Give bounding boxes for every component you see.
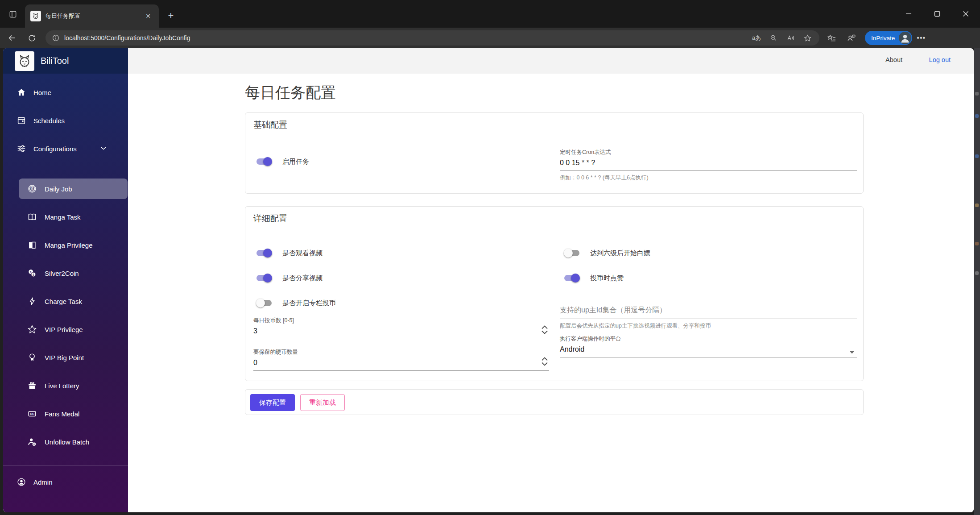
rail-icon[interactable] <box>975 204 979 207</box>
toggle-label: 是否观看视频 <box>282 249 323 258</box>
detail-config-card: 详细配置 是否观看视频 是否分享视频 是否开启专栏投币 达到六级后开始白嫖 投币… <box>245 206 864 381</box>
sidebar-divider <box>3 465 128 466</box>
browser-titlebar: 每日任务配置 ✕ + <box>0 0 980 28</box>
cron-field: 定时任务Cron表达式 0 0 15 * * ? 例如：0 0 6 * * ? … <box>560 149 857 182</box>
sidebar-item-label: Charge Task <box>45 298 82 305</box>
cc-badge-icon: CC <box>27 409 37 419</box>
up-ids-field: 支持的up主Id集合（用逗号分隔） 配置后会优先从指定的up主下挑选视频进行观看… <box>560 303 857 330</box>
number-stepper[interactable] <box>541 325 548 334</box>
number-stepper[interactable] <box>541 357 548 366</box>
sidebar-item-fans-medal[interactable]: CC Fans Medal <box>3 403 128 424</box>
cron-input[interactable]: 0 0 15 * * ? <box>560 156 857 171</box>
translate-icon[interactable]: aあ <box>750 32 763 44</box>
rail-icon[interactable] <box>975 92 979 96</box>
sidebar-item-silver2coin[interactable]: €$ Silver2Coin <box>3 263 128 283</box>
browser-essentials-icon[interactable] <box>844 31 859 45</box>
sidebar-item-configurations[interactable]: Configurations <box>3 138 128 159</box>
up-ids-input[interactable]: 支持的up主Id集合（用逗号分隔） <box>560 303 857 319</box>
rail-icon[interactable] <box>975 271 979 275</box>
sidebar-item-manga-privilege[interactable]: Manga Privilege <box>3 235 128 255</box>
save-config-button[interactable]: 保存配置 <box>250 394 295 411</box>
avatar <box>899 32 911 44</box>
up-ids-hint: 配置后会优先从指定的up主下挑选视频进行观看、分享和投币 <box>560 322 857 330</box>
section-heading: 详细配置 <box>253 213 287 224</box>
sidebar-item-schedules[interactable]: Schedules <box>3 110 128 131</box>
daily-coin-label: 每日投币数 [0-5] <box>253 317 549 324</box>
level6-free-switch[interactable] <box>564 249 580 258</box>
inprivate-badge[interactable]: InPrivate <box>865 31 912 45</box>
tab-title: 每日任务配置 <box>45 12 143 20</box>
back-icon[interactable] <box>4 30 20 46</box>
stepper-down-icon <box>541 362 548 366</box>
sidebar-item-label: Daily Job <box>45 185 72 193</box>
read-aloud-icon[interactable] <box>784 32 797 44</box>
daily-coin-input[interactable]: 3 <box>253 324 549 339</box>
refresh-icon[interactable] <box>24 30 39 46</box>
tab-actions-icon[interactable] <box>5 7 21 22</box>
sliders-icon <box>17 144 26 154</box>
svg-text:$: $ <box>33 273 34 276</box>
sidebar-item-charge-task[interactable]: Charge Task <box>3 291 128 311</box>
sidebar-item-manga-task[interactable]: Manga Task <box>3 207 128 227</box>
cat-favicon <box>30 11 41 21</box>
url-text: localhost:5000/Configurations/DailyJobCo… <box>64 34 746 42</box>
sidebar-item-unfollow-batch[interactable]: Unfollow Batch <box>3 432 128 452</box>
edge-side-rail[interactable] <box>974 48 980 515</box>
platform-select[interactable]: Android <box>560 343 857 357</box>
section-heading: 基础配置 <box>253 119 287 131</box>
sidebar-item-label: Manga Privilege <box>45 241 93 249</box>
reserve-coin-input[interactable]: 0 <box>253 356 549 371</box>
reload-button[interactable]: 重新加载 <box>300 394 345 411</box>
sidebar-item-vip-privilege[interactable]: VIP Privilege <box>3 319 128 340</box>
sidebar-header: BiliTool <box>3 48 128 74</box>
sidebar-item-admin[interactable]: Admin <box>3 472 128 492</box>
tab-close-icon[interactable]: ✕ <box>143 11 153 21</box>
window-maximize-icon[interactable] <box>923 0 951 28</box>
svg-text:$: $ <box>31 187 33 191</box>
sidebar-item-label: Schedules <box>33 117 65 125</box>
share-video-switch[interactable] <box>256 274 272 282</box>
like-on-coin-toggle-row: 投币时点赞 <box>564 274 624 282</box>
sidebar-item-live-lottery[interactable]: Live Lottery <box>3 375 128 396</box>
new-tab-icon[interactable]: + <box>163 8 178 23</box>
rail-icon[interactable] <box>975 154 979 158</box>
about-link[interactable]: About <box>885 56 902 63</box>
sidebar-item-home[interactable]: Home <box>3 82 128 103</box>
browser-tab[interactable]: 每日任务配置 ✕ <box>25 4 159 28</box>
webview: BiliTool Home Schedules Configurations <box>3 48 974 512</box>
article-coin-switch[interactable] <box>256 299 272 307</box>
window-close-icon[interactable] <box>951 0 980 28</box>
level6-free-toggle-row: 达到六级后开始白嫖 <box>564 249 650 258</box>
rail-icon[interactable] <box>975 242 979 245</box>
sidebar-item-vip-big-point[interactable]: VIP Big Point <box>3 347 128 368</box>
zoom-out-icon[interactable] <box>767 32 780 44</box>
browser-toolbar: localhost:5000/Configurations/DailyJobCo… <box>0 28 980 48</box>
share-video-toggle-row: 是否分享视频 <box>256 274 323 282</box>
enable-task-switch[interactable] <box>256 157 272 166</box>
watch-video-switch[interactable] <box>256 249 272 258</box>
home-icon <box>17 87 26 97</box>
browser-menu-icon[interactable]: ••• <box>917 34 926 42</box>
sidebar-item-label: Fans Medal <box>45 410 79 418</box>
like-on-coin-switch[interactable] <box>564 274 580 282</box>
admin-user-icon <box>17 477 26 487</box>
daily-coin-field: 每日投币数 [0-5] 3 <box>253 317 549 339</box>
logout-link[interactable]: Log out <box>929 56 951 63</box>
page-title: 每日任务配置 <box>245 83 336 103</box>
favorite-star-icon[interactable] <box>801 32 814 44</box>
address-bar[interactable]: localhost:5000/Configurations/DailyJobCo… <box>45 30 819 46</box>
site-info-icon[interactable] <box>51 33 61 43</box>
reserve-coin-label: 要保留的硬币数量 <box>253 349 549 356</box>
window-minimize-icon[interactable] <box>894 0 923 28</box>
sidebar-item-label: Live Lottery <box>45 382 79 390</box>
stepper-down-icon <box>541 330 548 334</box>
person-remove-icon <box>27 437 37 447</box>
rail-icon[interactable] <box>975 114 979 118</box>
cron-label: 定时任务Cron表达式 <box>560 149 857 156</box>
sidebar-item-daily-job[interactable]: $ Daily Job <box>3 179 128 199</box>
favorites-hub-icon[interactable] <box>824 31 839 45</box>
app-sidebar: BiliTool Home Schedules Configurations <box>3 48 128 512</box>
inprivate-label: InPrivate <box>871 35 895 42</box>
medal-icon <box>27 353 37 362</box>
sidebar-item-label: Admin <box>33 478 53 486</box>
